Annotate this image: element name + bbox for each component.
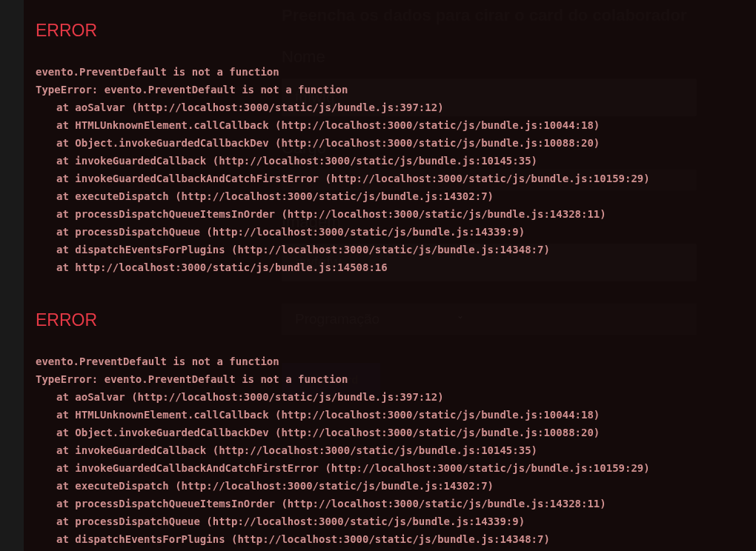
stack-line: at HTMLUnknownElement.callCallback (http…: [36, 119, 600, 131]
stack-line: at executeDispatch (http://localhost:300…: [36, 190, 494, 202]
stack-line: at aoSalvar (http://localhost:3000/stati…: [36, 391, 444, 403]
error-heading: ERROR: [36, 21, 734, 41]
stack-line: at executeDispatch (http://localhost:300…: [36, 480, 494, 492]
error-type-line: TypeError: evento.PreventDefault is not …: [36, 373, 348, 385]
stack-line: at invokeGuardedCallback (http://localho…: [36, 155, 537, 167]
stack-line: at processDispatchQueue (http://localhos…: [36, 515, 525, 527]
error-heading: ERROR: [36, 310, 734, 330]
stack-line: at HTMLUnknownElement.callCallback (http…: [36, 409, 600, 421]
error-summary-line: evento.PreventDefault is not a function: [36, 355, 279, 367]
stack-line: at http://localhost:3000/static/js/bundl…: [36, 261, 388, 273]
error-type-line: TypeError: evento.PreventDefault is not …: [36, 84, 348, 96]
stack-line: at invokeGuardedCallback (http://localho…: [36, 444, 537, 456]
error-block-2: ERROR evento.PreventDefault is not a fun…: [36, 310, 734, 551]
stack-line: at aoSalvar (http://localhost:3000/stati…: [36, 101, 444, 113]
stack-line: at processDispatchQueueItemsInOrder (htt…: [36, 208, 606, 220]
error-message: evento.PreventDefault is not a function …: [36, 353, 734, 551]
stack-line: at dispatchEventsForPlugins (http://loca…: [36, 533, 550, 545]
error-summary-line: evento.PreventDefault is not a function: [36, 66, 279, 78]
stack-line: at processDispatchQueue (http://localhos…: [36, 226, 525, 238]
stack-line: at Object.invokeGuardedCallbackDev (http…: [36, 427, 600, 438]
error-message: evento.PreventDefault is not a function …: [36, 63, 734, 276]
stack-line: at invokeGuardedCallbackAndCatchFirstErr…: [36, 173, 650, 184]
stack-line: at invokeGuardedCallbackAndCatchFirstErr…: [36, 462, 650, 474]
stack-line: at processDispatchQueueItemsInOrder (htt…: [36, 498, 606, 510]
stack-line: at dispatchEventsForPlugins (http://loca…: [36, 244, 550, 256]
stack-line: at Object.invokeGuardedCallbackDev (http…: [36, 137, 600, 149]
error-overlay: ERROR evento.PreventDefault is not a fun…: [24, 0, 756, 551]
error-block-1: ERROR evento.PreventDefault is not a fun…: [36, 21, 734, 276]
